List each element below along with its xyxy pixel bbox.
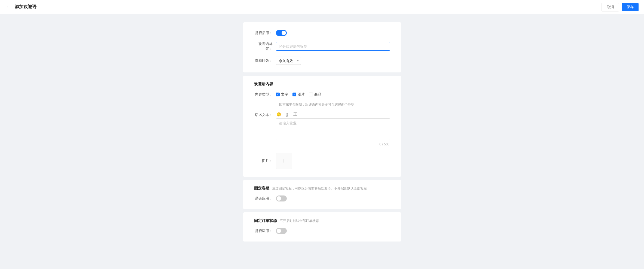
format-icon[interactable]: 王 bbox=[292, 111, 298, 117]
fixed-service-title: 固定客服 bbox=[254, 186, 269, 191]
script-row: 话术文本： 🙂 {} 王 0 / 500 bbox=[254, 111, 390, 147]
content-type-row: 内容类型： 文字 图片 商品 bbox=[254, 92, 390, 97]
fixed-order-slider bbox=[276, 228, 287, 234]
content-type-label: 内容类型： bbox=[254, 92, 276, 97]
back-button[interactable]: ← bbox=[5, 4, 12, 10]
fixed-order-description: 不开启时默认全部订单状态 bbox=[280, 218, 319, 224]
checkbox-product-label: 商品 bbox=[314, 92, 321, 97]
effect-label: 选择时效： bbox=[254, 58, 276, 63]
page-title: 添加欢迎语 bbox=[15, 4, 36, 10]
greeting-tag-row: 欢迎语标签： bbox=[254, 41, 390, 51]
header-right: 取消 保存 bbox=[602, 3, 639, 11]
fixed-order-enabled-label: 是否应用： bbox=[254, 228, 276, 233]
checkbox-text[interactable]: 文字 bbox=[276, 92, 288, 97]
fixed-service-toggle[interactable] bbox=[276, 195, 287, 201]
variable-icon[interactable]: {} bbox=[284, 111, 290, 117]
checkbox-product[interactable]: 商品 bbox=[309, 92, 321, 97]
content-type-checkboxes: 文字 图片 商品 bbox=[276, 92, 321, 97]
main-content: 是否启用： 欢迎语标签： 选择时效： 永久有效 指定时间 ▾ 欢迎语内容 bbox=[0, 14, 644, 253]
fixed-service-description: 通过固定客服，可以区分售前售后欢迎语。不开启则默认全部客服 bbox=[272, 186, 367, 191]
checkbox-image-box bbox=[292, 93, 296, 96]
save-button[interactable]: 保存 bbox=[622, 3, 639, 11]
image-label: 图片： bbox=[254, 158, 276, 163]
content-type-hint: 因京东平台限制，欢迎语内容最多可以选择两个类型 bbox=[279, 102, 390, 107]
fixed-service-enabled-label: 是否应用： bbox=[254, 196, 276, 201]
content-section-title: 欢迎语内容 bbox=[254, 82, 390, 87]
fixed-order-enabled-row: 是否应用： bbox=[254, 228, 390, 234]
greeting-tag-label: 欢迎语标签： bbox=[254, 41, 276, 51]
checkbox-image-label: 图片 bbox=[298, 92, 305, 97]
cancel-button[interactable]: 取消 bbox=[602, 3, 619, 11]
checkbox-text-label: 文字 bbox=[281, 92, 288, 97]
effect-row: 选择时效： 永久有效 指定时间 ▾ bbox=[254, 57, 390, 65]
fixed-service-slider bbox=[276, 195, 287, 201]
fixed-service-enabled-row: 是否应用： bbox=[254, 195, 390, 201]
content-section-card: 欢迎语内容 内容类型： 文字 图片 商品 因京东平台限制，欢迎语内容最多可以 bbox=[243, 76, 401, 177]
emoji-icon[interactable]: 🙂 bbox=[276, 111, 282, 117]
effect-select[interactable]: 永久有效 指定时间 bbox=[276, 57, 301, 65]
fixed-service-header: 固定客服 通过固定客服，可以区分售前售后欢迎语。不开启则默认全部客服 bbox=[254, 186, 390, 191]
checkbox-image[interactable]: 图片 bbox=[292, 92, 305, 97]
enabled-slider bbox=[276, 30, 287, 36]
char-count: 0 / 500 bbox=[276, 141, 390, 147]
enabled-toggle[interactable] bbox=[276, 30, 287, 36]
image-row: 图片： + bbox=[254, 153, 390, 169]
checkbox-product-box bbox=[309, 93, 313, 96]
fixed-service-section: 固定客服 通过固定客服，可以区分售前售后欢迎语。不开启则默认全部客服 是否应用： bbox=[243, 180, 401, 209]
enabled-row: 是否启用： bbox=[254, 30, 390, 36]
fixed-order-title: 固定订单状态 bbox=[254, 218, 277, 223]
header: ← 添加欢迎语 取消 保存 bbox=[0, 0, 644, 14]
plus-icon: + bbox=[282, 157, 286, 165]
script-label: 话术文本： bbox=[254, 111, 276, 117]
greeting-tag-input[interactable] bbox=[276, 42, 390, 51]
effect-select-wrapper: 永久有效 指定时间 ▾ bbox=[276, 57, 301, 65]
header-left: ← 添加欢迎语 bbox=[5, 4, 36, 10]
fixed-order-header: 固定订单状态 不开启时默认全部订单状态 bbox=[254, 218, 390, 224]
fixed-order-toggle[interactable] bbox=[276, 228, 287, 234]
toolbar-row: 🙂 {} 王 bbox=[276, 111, 390, 117]
enabled-label: 是否启用： bbox=[254, 30, 276, 35]
fixed-order-section: 固定订单状态 不开启时默认全部订单状态 是否应用： bbox=[243, 212, 401, 242]
checkbox-text-box bbox=[276, 93, 280, 96]
script-wrapper: 🙂 {} 王 0 / 500 bbox=[276, 111, 390, 147]
basic-card: 是否启用： 欢迎语标签： 选择时效： 永久有效 指定时间 ▾ bbox=[243, 22, 401, 72]
script-textarea[interactable] bbox=[276, 118, 390, 140]
image-upload-button[interactable]: + bbox=[276, 153, 292, 169]
